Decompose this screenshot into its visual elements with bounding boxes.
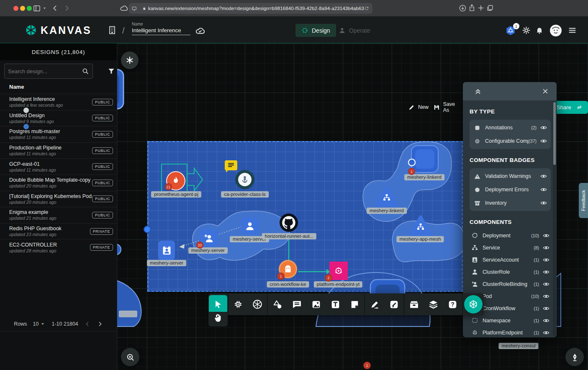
freehand-tool-button[interactable] xyxy=(385,295,403,313)
archive-tool-button[interactable] xyxy=(405,295,423,313)
design-list-item[interactable]: Double Bubble Map Template-copy updated … xyxy=(0,175,117,191)
comment-tool-button[interactable] xyxy=(288,295,306,313)
share-icon[interactable] xyxy=(468,4,476,12)
annotate-fab-button[interactable] xyxy=(565,348,584,366)
node-service-linkerd[interactable] xyxy=(375,186,398,207)
filter-icon[interactable] xyxy=(107,67,116,75)
design-search-input[interactable] xyxy=(8,68,82,75)
text-tool-button[interactable] xyxy=(326,295,344,313)
design-search-box[interactable] xyxy=(4,64,93,79)
eye-icon[interactable] xyxy=(542,293,550,300)
components-tool-button[interactable] xyxy=(229,295,247,313)
node-service-appmesh[interactable] xyxy=(409,215,432,236)
user-avatar[interactable] xyxy=(549,24,562,37)
eye-icon[interactable] xyxy=(542,232,550,239)
shapes-tool-button[interactable] xyxy=(268,295,287,313)
kanvas-logo-text[interactable]: KANVAS xyxy=(41,24,92,36)
node-server-card[interactable] xyxy=(158,241,175,260)
design-list-item[interactable]: GCP-east-01 updated 11 minutes ago PUBLI… xyxy=(0,158,117,175)
menu-hamburger-icon[interactable] xyxy=(568,26,577,35)
design-list-item[interactable]: Intelligent Inference updated a few seco… xyxy=(0,94,117,110)
meshery-extensions-button[interactable] xyxy=(464,295,483,313)
panel-row-platformendpoint[interactable]: PlatformEndpoint (1) xyxy=(470,326,551,337)
organization-icon[interactable] xyxy=(107,25,117,35)
eye-icon[interactable] xyxy=(540,172,547,180)
panel-row-deployment[interactable]: Deployment (10) xyxy=(470,229,551,242)
design-name-input[interactable] xyxy=(132,26,190,35)
panel-row-annotations[interactable]: Annotations (2) xyxy=(470,121,551,134)
rows-per-page-select[interactable]: 10 xyxy=(33,321,46,327)
panel-row-inventory[interactable]: Inventory xyxy=(470,196,551,210)
eye-icon[interactable] xyxy=(540,199,547,207)
traffic-zoom-button[interactable] xyxy=(27,6,32,11)
panel-row-clusterrolebinding[interactable]: ClusterRoleBinding (1) xyxy=(470,278,551,290)
design-list-item[interactable]: Untitled Design updated 9 minutes ago PU… xyxy=(0,110,117,126)
panel-row-service[interactable]: Service (8) xyxy=(470,242,551,254)
node-ca-provider[interactable] xyxy=(235,170,254,189)
reload-icon[interactable] xyxy=(364,5,369,12)
collapse-all-icon[interactable] xyxy=(474,87,482,95)
sidebar-chevron-icon[interactable] xyxy=(42,5,47,11)
column-header-name[interactable]: Name xyxy=(9,84,24,90)
design-list-item[interactable]: Production-alt Pipeline updated 11 minut… xyxy=(0,142,117,159)
tab-operate[interactable]: Operate xyxy=(333,24,376,37)
feedback-tab[interactable]: Feedback xyxy=(579,183,588,218)
select-tool-button[interactable] xyxy=(209,295,227,313)
next-page-icon[interactable] xyxy=(97,321,103,327)
eye-icon[interactable] xyxy=(542,305,550,312)
page-settings-icon[interactable] xyxy=(131,5,137,12)
eye-icon[interactable] xyxy=(542,329,550,337)
design-list-item[interactable]: Enigma example updated 21 minutes ago PU… xyxy=(0,207,117,223)
save-as-button[interactable]: Save As xyxy=(433,101,462,113)
prev-page-icon[interactable] xyxy=(84,321,91,327)
layers-tool-button[interactable] xyxy=(424,295,442,313)
downloads-icon[interactable] xyxy=(459,4,467,12)
panel-row-namespace[interactable]: Namespace (1) xyxy=(470,314,551,326)
panel-row-configurable-components[interactable]: Configurable Components (37) xyxy=(470,134,551,148)
zoom-fab-button[interactable] xyxy=(121,348,139,366)
traffic-minimize-button[interactable] xyxy=(20,6,25,11)
design-list-item[interactable]: EC2-CONTROLLER updated 28 minutes ago PR… xyxy=(0,239,117,255)
eye-icon[interactable] xyxy=(542,256,550,264)
panel-row-deployment-errors[interactable]: Deployment Errors xyxy=(470,183,551,196)
help-tool-button[interactable] xyxy=(443,295,462,313)
back-button[interactable] xyxy=(51,4,59,12)
node-comment-annotation[interactable] xyxy=(225,160,237,170)
eye-icon[interactable] xyxy=(540,124,547,131)
address-bar[interactable]: kanvas.new/extension/meshmap?mode=design… xyxy=(129,3,372,14)
draw-tool-button[interactable] xyxy=(365,295,384,313)
pan-tool-button[interactable] xyxy=(208,312,228,326)
sidebar-toggle-icon[interactable] xyxy=(33,3,41,13)
whiteboard-toggle-button[interactable] xyxy=(121,51,139,69)
eye-icon[interactable] xyxy=(542,280,550,288)
tab-design[interactable]: Design xyxy=(295,24,336,37)
panel-row-serviceaccount[interactable]: ServiceAccount (1) xyxy=(470,254,551,266)
kubernetes-tool-button[interactable] xyxy=(248,295,267,313)
icloud-tab-icon[interactable] xyxy=(120,4,128,13)
eye-icon[interactable] xyxy=(542,268,550,276)
eye-icon[interactable] xyxy=(542,244,550,252)
forward-button[interactable] xyxy=(63,4,71,12)
close-icon[interactable] xyxy=(542,87,549,95)
new-button[interactable]: New xyxy=(408,104,429,111)
eye-icon[interactable] xyxy=(542,317,550,324)
new-tab-icon[interactable] xyxy=(477,4,485,12)
node-github-runner[interactable] xyxy=(280,213,298,232)
share-button[interactable]: Share xyxy=(552,101,588,114)
node-server-user[interactable] xyxy=(241,217,259,235)
sticky-note-tool-button[interactable] xyxy=(345,295,364,313)
panel-row-validation-warnings[interactable]: Validation Warnings xyxy=(470,170,551,183)
tab-overview-icon[interactable] xyxy=(486,4,494,12)
notifications-bell-icon[interactable] xyxy=(535,26,544,34)
kanvas-logo-icon[interactable] xyxy=(24,23,38,37)
traffic-close-button[interactable] xyxy=(13,6,18,11)
image-tool-button[interactable] xyxy=(307,295,325,313)
design-list-item[interactable]: Postgres multi-master updated 11 minutes… xyxy=(0,126,117,142)
eye-icon[interactable] xyxy=(540,137,547,145)
eye-icon[interactable] xyxy=(540,186,547,193)
design-list-item[interactable]: [Tutorial] Exploring Kubernetes Pod upda… xyxy=(0,191,117,207)
design-list-item[interactable]: Redis PHP Guestbook updated 23 minutes a… xyxy=(0,223,117,239)
settings-gear-icon[interactable] xyxy=(522,26,531,35)
panel-scrollbar[interactable] xyxy=(553,101,556,336)
panel-row-clusterrole[interactable]: ClusterRole (1) xyxy=(470,266,551,278)
